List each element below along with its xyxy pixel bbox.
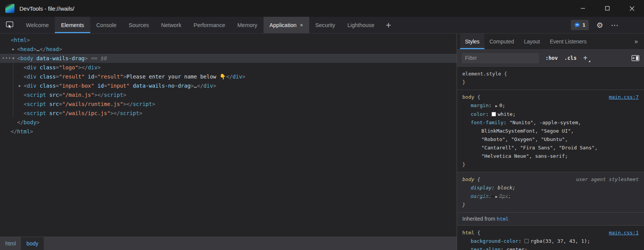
stylesheet-link[interactable]: main.css:7 (609, 93, 639, 101)
css-selector-line[interactable]: main.css:7body { (462, 93, 640, 101)
css-property[interactable]: font-family: "Nunito", -apple-system, (462, 119, 640, 127)
toggle-sidebar-icon[interactable] (631, 55, 639, 61)
inherited-from-header: Inherited from html (457, 213, 644, 226)
inherited-node-link[interactable]: html (497, 216, 508, 222)
dom-tree-row[interactable]: <html> (0, 35, 457, 45)
add-tab-button[interactable]: + (380, 17, 396, 33)
tab-memory[interactable]: Memory (231, 17, 263, 33)
collapse-arrow-icon[interactable]: ▼ (11, 54, 16, 63)
tab-label: Security (315, 22, 335, 28)
tab-label: Application (270, 22, 297, 28)
element-classes-toggle[interactable]: .cls (564, 55, 577, 61)
css-close-brace: } (462, 160, 640, 169)
tab-network[interactable]: Network (155, 17, 187, 33)
css-value-wrap[interactable]: "Helvetica Neue", sans-serif; (462, 152, 640, 160)
dom-tree-row[interactable]: ▼•••<body data-wails-drag> == $0 (0, 54, 457, 63)
expand-arrow-icon[interactable]: ▶ (17, 81, 22, 90)
css-property-value: white; (498, 111, 516, 117)
dom-tree-row[interactable]: </body> (0, 118, 457, 127)
more-options-icon[interactable]: ⋯ (611, 21, 619, 29)
styles-filter-input[interactable] (462, 53, 539, 63)
tab-sources[interactable]: Sources (123, 17, 155, 33)
css-value-wrap[interactable]: "Roboto", "Oxygen", "Ubuntu", (462, 135, 640, 144)
tab-label: Memory (237, 22, 257, 28)
css-property[interactable]: color: white; (462, 110, 640, 119)
css-property-name: margin (471, 103, 489, 108)
tab-console[interactable]: Console (90, 17, 123, 33)
tab-layout[interactable]: Layout (519, 34, 545, 49)
css-property-value: "Cantarell", "Fira Sans", "Droid Sans", (481, 145, 598, 151)
breadcrumb-item-html[interactable]: html (0, 237, 21, 250)
css-selector-line[interactable]: element.style { (462, 70, 640, 78)
css-selector: element.style (462, 71, 501, 77)
dom-tree-row[interactable]: </html> (0, 127, 457, 136)
expand-shorthand-icon[interactable]: ▶ (495, 192, 497, 201)
dom-tree-row[interactable]: <div class="result" id="result">Please e… (0, 72, 457, 81)
css-close-brace: } (462, 201, 640, 209)
tab-styles[interactable]: Styles (460, 34, 484, 49)
tabbar-right: 1 ⚙ ⋯ (571, 17, 644, 33)
close-tab-icon[interactable]: × (300, 22, 303, 28)
titlebar: DevTools - file://wails/ (0, 0, 644, 17)
stylesheet-origin-label: user agent stylesheet (576, 175, 639, 184)
new-style-rule-button[interactable]: + (583, 54, 590, 62)
css-property[interactable]: text-align: center; (462, 245, 640, 250)
css-property-name: display (471, 185, 492, 191)
expand-arrow-icon[interactable]: ▶ (11, 45, 16, 54)
dom-tree: <html>▶<head>…</head>▼•••<body data-wail… (0, 34, 457, 237)
issues-count: 1 (583, 22, 586, 28)
css-selector: body (462, 176, 474, 182)
css-property-value: 0; (499, 103, 505, 108)
css-property[interactable]: margin: ▶0; (462, 101, 640, 110)
dom-tree-row[interactable]: <script src="/wails/ipc.js"></script> (0, 109, 457, 118)
css-rule-body: user agent stylesheetbody {display: bloc… (457, 172, 644, 213)
css-selector-line[interactable]: user agent stylesheetbody { (462, 175, 640, 184)
tab-computed[interactable]: Computed (484, 34, 519, 49)
color-swatch[interactable] (492, 112, 496, 116)
css-property[interactable]: display: block; (462, 184, 640, 192)
more-actions-dots[interactable]: ••• (2, 54, 11, 63)
more-tabs-icon[interactable]: » (634, 34, 644, 49)
tab-elements[interactable]: Elements (55, 17, 90, 33)
tab-security[interactable]: Security (309, 17, 341, 33)
main-tabbar: WelcomeElementsConsoleSourcesNetworkPerf… (0, 17, 644, 34)
css-property[interactable]: margin: ▶8px; (462, 192, 640, 201)
inspect-element-icon[interactable] (0, 17, 20, 33)
expand-shorthand-icon[interactable]: ▶ (495, 102, 497, 110)
devtools-main: <html>▶<head>…</head>▼•••<body data-wail… (0, 34, 644, 250)
color-swatch[interactable] (524, 239, 529, 243)
tab-lighthouse[interactable]: Lighthouse (341, 17, 380, 33)
css-property-value: BlinkMacSystemFont, "Segoe UI", (481, 128, 574, 134)
css-selector-line[interactable]: main.css:1html { (462, 229, 640, 237)
stylesheet-link[interactable]: main.css:1 (609, 229, 639, 237)
close-button[interactable] (620, 0, 644, 17)
dom-tree-row[interactable]: <script src="/main.js"></script> (0, 90, 457, 99)
dom-tree-row[interactable]: <div class="logo"></div> (0, 63, 457, 72)
tab-label: Lighthouse (347, 22, 374, 28)
styles-sidebar: StylesComputedLayoutEvent Listeners» :ho… (457, 34, 644, 250)
tab-application[interactable]: Application× (264, 17, 309, 33)
dom-tree-row[interactable]: ▶<div class="input-box" id="input" data-… (0, 81, 457, 90)
settings-gear-icon[interactable]: ⚙ (596, 21, 603, 29)
tab-welcome[interactable]: Welcome (20, 17, 55, 33)
css-selector: html (462, 230, 474, 236)
tab-label: Performance (193, 22, 225, 28)
tab-event-listeners[interactable]: Event Listeners (545, 34, 592, 49)
css-property[interactable]: background-color: rgba(33, 37, 43, 1); (462, 237, 640, 245)
elements-panel: <html>▶<head>…</head>▼•••<body data-wail… (0, 34, 457, 250)
dom-tree-row[interactable]: ▶<head>…</head> (0, 45, 457, 54)
css-property-value: block; (497, 185, 515, 191)
tab-label: Welcome (26, 22, 49, 28)
issues-badge[interactable]: 1 (571, 20, 589, 30)
indent-guide (13, 63, 13, 118)
css-rule-body: main.css:7body {margin: ▶0;color: white;… (457, 90, 644, 172)
pseudo-state-toggle[interactable]: :hov (545, 55, 558, 61)
css-value-wrap[interactable]: BlinkMacSystemFont, "Segoe UI", (462, 127, 640, 135)
dom-tree-row[interactable]: <script src="/wails/runtime.js"></script… (0, 99, 457, 109)
maximize-button[interactable] (595, 0, 620, 17)
breadcrumb-item-body[interactable]: body (21, 237, 43, 250)
css-value-wrap[interactable]: "Cantarell", "Fira Sans", "Droid Sans", (462, 144, 640, 152)
minimize-button[interactable] (571, 0, 595, 17)
tab-performance[interactable]: Performance (187, 17, 231, 33)
tab-label: Network (161, 22, 181, 28)
